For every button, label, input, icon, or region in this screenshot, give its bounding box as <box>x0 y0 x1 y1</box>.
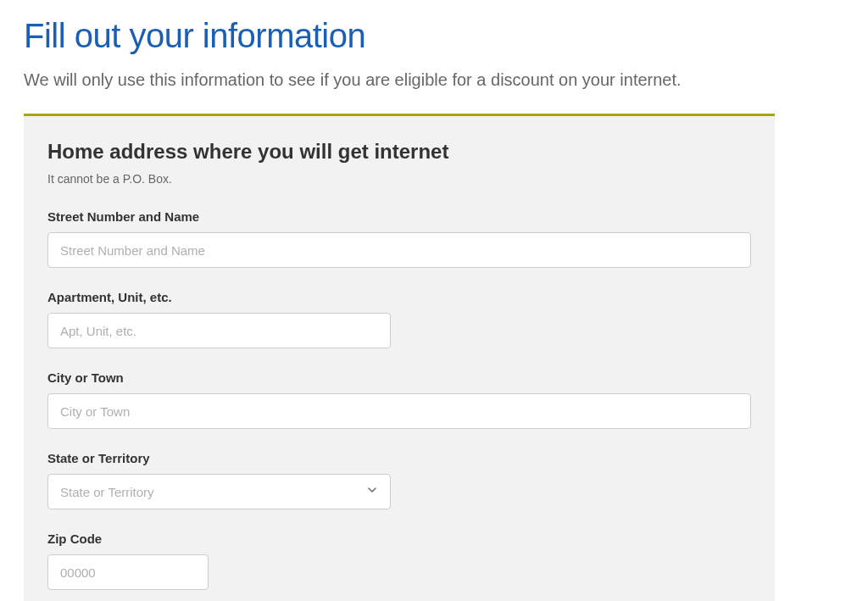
zip-field-group: Zip Code <box>47 531 751 590</box>
address-form-panel: Home address where you will get internet… <box>24 114 775 601</box>
zip-label: Zip Code <box>47 531 751 546</box>
street-field-group: Street Number and Name <box>47 209 751 268</box>
city-field-group: City or Town <box>47 370 751 429</box>
state-field-group: State or Territory State or Territory <box>47 451 751 509</box>
apt-label: Apartment, Unit, etc. <box>47 290 751 304</box>
page-subtitle: We will only use this information to see… <box>24 70 844 90</box>
section-heading: Home address where you will get internet <box>47 140 751 164</box>
city-label: City or Town <box>47 370 751 385</box>
city-input[interactable] <box>47 393 751 429</box>
state-select-wrapper: State or Territory <box>47 474 391 509</box>
section-hint: It cannot be a P.O. Box. <box>47 172 751 186</box>
apt-field-group: Apartment, Unit, etc. <box>47 290 751 348</box>
state-select[interactable]: State or Territory <box>47 474 391 509</box>
state-label: State or Territory <box>47 451 751 465</box>
street-input[interactable] <box>47 232 751 268</box>
zip-input[interactable] <box>47 554 209 590</box>
apt-input[interactable] <box>47 313 391 348</box>
street-label: Street Number and Name <box>47 209 751 224</box>
page-title: Fill out your information <box>24 17 844 55</box>
